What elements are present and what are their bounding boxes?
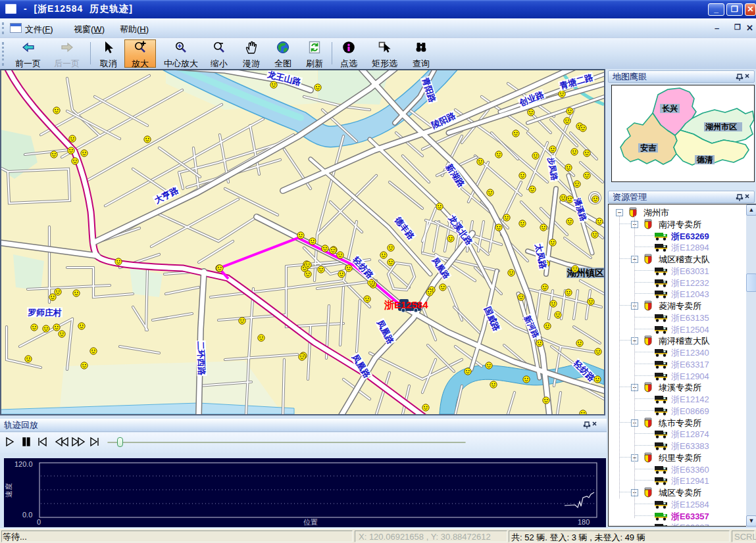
svg-text:速度: 速度 <box>5 483 13 498</box>
svg-text:位置: 位置 <box>303 518 318 526</box>
svg-text:180: 180 <box>578 518 590 526</box>
svg-text:浙E12584: 浙E12584 <box>384 299 428 310</box>
svg-text:罗师庄村: 罗师庄村 <box>28 308 62 318</box>
svg-text:德清: 德清 <box>696 155 713 164</box>
svg-text:长兴: 长兴 <box>662 104 678 113</box>
svg-text:湖州市区: 湖州市区 <box>705 122 737 131</box>
svg-text:安吉: 安吉 <box>640 143 657 153</box>
svg-text:二环西路: 二环西路 <box>196 341 207 376</box>
svg-text:0: 0 <box>37 518 41 526</box>
svg-text:120.0: 120.0 <box>14 460 33 468</box>
svg-text:0.0: 0.0 <box>22 511 32 519</box>
